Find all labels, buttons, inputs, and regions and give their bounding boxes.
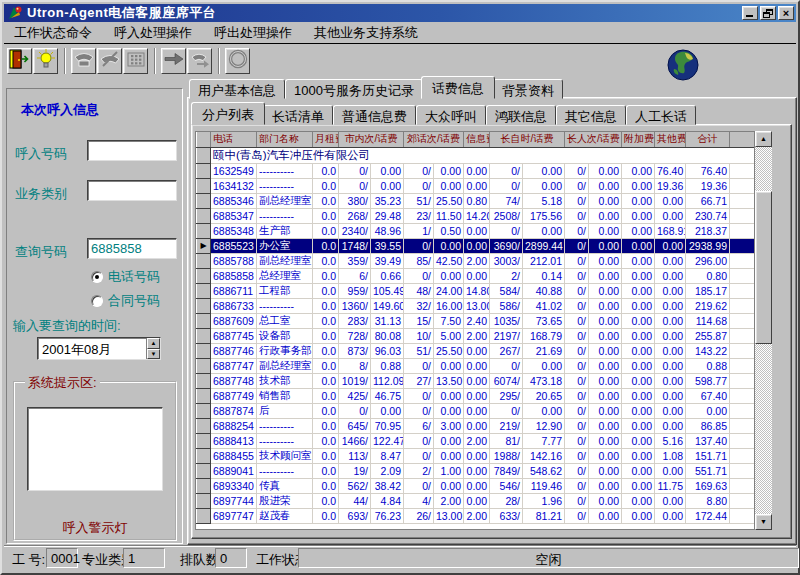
fee-row-1634132[interactable]: 1634132----------0.00/0.000/0.000.000/0.… [197,178,756,193]
query-month-spinner[interactable]: 2001年08月 ▲ ▼ [37,337,161,360]
main-tab-4[interactable]: 背景资料 [493,79,563,99]
fee-row-6888413[interactable]: 6888413----------0.01466/122.470/0.002.0… [197,433,756,448]
column-header-8[interactable]: 附加费 [622,132,655,147]
exit-door-button[interactable] [7,48,32,74]
close-button[interactable]: × [778,6,794,20]
row-header[interactable] [197,508,211,523]
row-header[interactable] [197,478,211,493]
row-header[interactable] [197,358,211,373]
menu-item-2[interactable]: 呼入处理操作 [106,22,200,44]
fee-row-6897747[interactable]: 6897747赵茂春0.0693/76.2326/13.002.00633/81… [197,508,756,523]
menu-item-1[interactable]: 工作状态命令 [6,22,100,44]
cell-3: 359/ [339,253,371,268]
row-header[interactable] [197,343,211,358]
fee-row-6887609[interactable]: 6887609总工室0.0283/31.1315/7.502.401035/73… [197,313,756,328]
cell-13: 0.00 [655,343,686,358]
row-header[interactable] [197,147,211,163]
fee-row-6897744[interactable]: 6897744殷进荣0.044/4.844/2.000.0028/1.960/0… [197,493,756,508]
fee-row-6887748[interactable]: 6887748技术部0.01019/112.0927/13.500.006074… [197,373,756,388]
row-header[interactable] [197,403,211,418]
column-header-2[interactable]: 月租费 [313,132,339,147]
fee-row-6887749[interactable]: 6887749销售部0.0425/46.750/0.000.00295/20.6… [197,388,756,403]
fee-row-6889041[interactable]: 6889041----------0.019/2.092/1.000.00784… [197,463,756,478]
row-header[interactable] [197,193,211,208]
row-header[interactable] [197,313,211,328]
column-header-4[interactable]: 郊话次/话费 [404,132,464,147]
column-header-9[interactable]: 其他费 [655,132,686,147]
scroll-down-button[interactable]: ▼ [755,514,772,530]
cell-0: 6885348 [211,223,257,238]
vertical-scrollbar[interactable]: ▲ ▼ [755,131,772,530]
fee-row-6887747[interactable]: 6887747副总经理室0.08/0.880/0.000.000/0.000/0… [197,358,756,373]
minimize-button[interactable] [742,6,758,20]
caller-number-input[interactable] [87,140,177,161]
cell-4: 48.96 [371,223,404,238]
scroll-up-button[interactable]: ▲ [755,131,772,147]
column-header-6[interactable]: 长自时/话费 [490,132,565,147]
cell-13: 11.75 [655,478,686,493]
row-header[interactable] [197,418,211,433]
row-header[interactable] [197,373,211,388]
row-header[interactable] [197,493,211,508]
row-header[interactable] [197,433,211,448]
sub-tab-7[interactable]: 人工长话 [626,105,696,125]
spinner-down-button[interactable]: ▼ [147,349,160,360]
row-header[interactable] [197,328,211,343]
lightbulb-button[interactable] [33,48,58,74]
system-prompt-area[interactable] [27,407,163,491]
main-tab-3[interactable]: 话费信息 [421,76,495,99]
fee-row-6887746[interactable]: 6887746行政事务部0.0873/96.0351/25.500.00267/… [197,343,756,358]
column-header-7[interactable]: 长人次/话费 [565,132,622,147]
restore-button[interactable] [760,6,776,20]
row-header[interactable] [197,283,211,298]
row-header[interactable] [197,268,211,283]
fee-row-6887745[interactable]: 6887745设备部0.0728/80.0810/5.002.002197/16… [197,328,756,343]
selected-row-indicator[interactable]: ▶ [197,238,211,253]
sub-tab-6[interactable]: 其它信息 [556,105,626,125]
company-group-row[interactable]: 颐中(青岛)汽车冲压件有限公司 [197,147,756,163]
fee-row-6885788[interactable]: 6885788副总经理室0.0359/39.4985/42.502.003003… [197,253,756,268]
sub-tab-4[interactable]: 大众呼叫 [416,105,486,125]
column-header-1[interactable]: 部门名称 [257,132,313,147]
sub-tab-2[interactable]: 长话清单 [263,105,333,125]
fee-row-6885523[interactable]: ▶6885523办公室0.01748/39.550/0.000.003690/2… [197,238,756,253]
fee-row-6886711[interactable]: 6886711工程部0.0959/105.4948/24.0014.80584/… [197,283,756,298]
cell-2: 0.0 [313,298,339,313]
query-number-input[interactable] [87,238,177,259]
fee-row-6888455[interactable]: 6888455技术顾问室0.0113/8.470/0.000.001988/14… [197,448,756,463]
main-tab-1[interactable]: 用户基本信息 [189,79,285,99]
spinner-up-button[interactable]: ▲ [147,338,160,349]
row-header[interactable] [197,178,211,193]
row-header[interactable] [197,388,211,403]
row-header[interactable] [197,298,211,313]
column-header-0[interactable]: 电话 [211,132,257,147]
column-header-3[interactable]: 市内次/话费 [339,132,404,147]
column-header-5[interactable]: 信息费 [464,132,490,147]
fee-row-1632549[interactable]: 1632549----------0.00/0.000/0.000.000/0.… [197,163,756,178]
fee-row-6893340[interactable]: 6893340传真0.0562/38.420/0.000.00546/119.4… [197,478,756,493]
menu-item-3[interactable]: 呼出处理操作 [206,22,300,44]
sub-tab-5[interactable]: 鸿联信息 [486,105,556,125]
fee-row-6885347[interactable]: 6885347----------0.0268/29.4823/11.5014.… [197,208,756,223]
sub-tab-1[interactable]: 分户列表 [191,102,265,125]
main-tab-2[interactable]: 1000号服务历史记录 [285,79,423,99]
row-header[interactable] [197,253,211,268]
column-header-10[interactable]: 合计 [686,132,730,147]
row-header[interactable] [197,163,211,178]
fee-row-6887874[interactable]: 6887874后0.00/0.000/0.000.000/0.000/0.000… [197,403,756,418]
service-type-input[interactable] [87,180,177,201]
fee-row-6885346[interactable]: 6885346副总经理室0.0380/35.2351/25.500.8074/5… [197,193,756,208]
fee-row-6885348[interactable]: 6885348生产部0.02340/48.961/0.500.000/0.000… [197,223,756,238]
row-header[interactable] [197,208,211,223]
menu-item-4[interactable]: 其他业务支持系统 [306,22,426,44]
fee-row-6886733[interactable]: 6886733----------0.01360/149.6032/16.001… [197,298,756,313]
row-header[interactable] [197,223,211,238]
scrollbar-thumb[interactable] [755,191,772,344]
contract-number-radio[interactable]: 合同号码 [91,292,160,310]
row-header[interactable] [197,463,211,478]
phone-number-radio[interactable]: 电话号码 [91,268,160,286]
fee-row-6885858[interactable]: 6885858总经理室0.06/0.660/0.000.002/0.140/0.… [197,268,756,283]
sub-tab-3[interactable]: 普通信息费 [333,105,416,125]
fee-row-6888254[interactable]: 6888254----------0.0645/70.956/3.000.002… [197,418,756,433]
row-header[interactable] [197,448,211,463]
